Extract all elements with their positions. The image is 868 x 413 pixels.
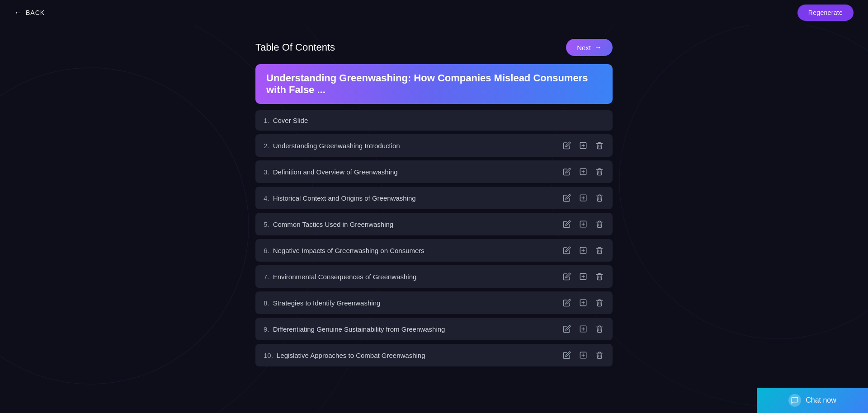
slide-label: 5. Common Tactics Used in Greenwashing <box>264 221 393 228</box>
edit-icon[interactable] <box>562 219 572 229</box>
toc-container: Table Of Contents Next → Understanding G… <box>255 39 613 366</box>
delete-icon[interactable] <box>594 245 604 255</box>
slide-number: 10. <box>264 352 273 359</box>
slide-item[interactable]: 9. Differentiating Genuine Sustainabilit… <box>255 318 613 340</box>
slide-number: 8. <box>264 299 269 307</box>
delete-icon[interactable] <box>594 167 604 177</box>
slide-actions <box>562 298 604 308</box>
slide-number: 4. <box>264 194 269 202</box>
slide-item[interactable]: 1. Cover Slide <box>255 110 613 131</box>
slide-actions <box>562 350 604 360</box>
add-icon[interactable] <box>578 141 588 150</box>
slide-number: 1. <box>264 117 269 124</box>
top-bar: ← BACK Regenerate <box>0 0 868 25</box>
slide-actions <box>562 272 604 282</box>
slide-item[interactable]: 4. Historical Context and Origins of Gre… <box>255 187 613 209</box>
slide-item[interactable]: 8. Strategies to Identify Greenwashing <box>255 291 613 314</box>
slide-label: 10. Legislative Approaches to Combat Gre… <box>264 352 425 359</box>
presentation-title-text: Understanding Greenwashing: How Companie… <box>266 72 588 95</box>
toc-header: Table Of Contents Next → <box>255 39 613 56</box>
back-button[interactable]: ← BACK <box>14 9 45 17</box>
back-label: BACK <box>26 9 45 16</box>
slide-number: 5. <box>264 221 269 228</box>
slide-label: 8. Strategies to Identify Greenwashing <box>264 299 380 307</box>
chat-now-button[interactable]: Chat now <box>757 388 868 413</box>
presentation-title-banner[interactable]: Understanding Greenwashing: How Companie… <box>255 64 613 104</box>
slide-label: 9. Differentiating Genuine Sustainabilit… <box>264 325 445 333</box>
main-content: Table Of Contents Next → Understanding G… <box>0 25 868 366</box>
next-button[interactable]: Next → <box>566 39 613 56</box>
edit-icon[interactable] <box>562 167 572 177</box>
chat-bubble-icon <box>791 396 799 404</box>
delete-icon[interactable] <box>594 298 604 308</box>
edit-icon[interactable] <box>562 298 572 308</box>
add-icon[interactable] <box>578 245 588 255</box>
back-arrow-icon: ← <box>14 9 22 17</box>
edit-icon[interactable] <box>562 245 572 255</box>
delete-icon[interactable] <box>594 219 604 229</box>
edit-icon[interactable] <box>562 350 572 360</box>
edit-icon[interactable] <box>562 141 572 150</box>
slide-label: 6. Negative Impacts of Greenwashing on C… <box>264 247 425 254</box>
chat-now-label: Chat now <box>806 396 836 404</box>
chat-now-container: Chat now <box>757 388 868 413</box>
slide-item[interactable]: 6. Negative Impacts of Greenwashing on C… <box>255 239 613 262</box>
next-label: Next <box>577 44 591 52</box>
slide-actions <box>562 193 604 203</box>
delete-icon[interactable] <box>594 350 604 360</box>
slide-label: 1. Cover Slide <box>264 117 308 124</box>
add-icon[interactable] <box>578 350 588 360</box>
slide-actions <box>562 245 604 255</box>
add-icon[interactable] <box>578 219 588 229</box>
slide-label: 7. Environmental Consequences of Greenwa… <box>264 273 416 281</box>
edit-icon[interactable] <box>562 272 572 282</box>
delete-icon[interactable] <box>594 141 604 150</box>
slide-item[interactable]: 3. Definition and Overview of Greenwashi… <box>255 160 613 183</box>
slide-number: 7. <box>264 273 269 281</box>
delete-icon[interactable] <box>594 324 604 334</box>
slide-number: 6. <box>264 247 269 254</box>
slide-item[interactable]: 2. Understanding Greenwashing Introducti… <box>255 134 613 157</box>
add-icon[interactable] <box>578 324 588 334</box>
slide-actions <box>562 219 604 229</box>
chat-icon <box>788 394 801 407</box>
add-icon[interactable] <box>578 193 588 203</box>
slide-actions <box>562 141 604 150</box>
toc-title: Table Of Contents <box>255 42 335 53</box>
add-icon[interactable] <box>578 272 588 282</box>
slide-item[interactable]: 7. Environmental Consequences of Greenwa… <box>255 265 613 288</box>
slide-item[interactable]: 5. Common Tactics Used in Greenwashing <box>255 213 613 235</box>
edit-icon[interactable] <box>562 193 572 203</box>
edit-icon[interactable] <box>562 324 572 334</box>
slide-actions <box>562 324 604 334</box>
slide-item[interactable]: 10. Legislative Approaches to Combat Gre… <box>255 344 613 366</box>
slide-label: 2. Understanding Greenwashing Introducti… <box>264 142 400 150</box>
next-arrow-icon: → <box>594 43 602 52</box>
slide-label: 4. Historical Context and Origins of Gre… <box>264 194 416 202</box>
slide-label: 3. Definition and Overview of Greenwashi… <box>264 168 398 176</box>
slide-list: 1. Cover Slide2. Understanding Greenwash… <box>255 110 613 366</box>
slide-number: 3. <box>264 168 269 176</box>
delete-icon[interactable] <box>594 193 604 203</box>
add-icon[interactable] <box>578 167 588 177</box>
slide-actions <box>562 167 604 177</box>
delete-icon[interactable] <box>594 272 604 282</box>
add-icon[interactable] <box>578 298 588 308</box>
slide-number: 9. <box>264 325 269 333</box>
regenerate-button[interactable]: Regenerate <box>797 5 854 21</box>
slide-number: 2. <box>264 142 269 150</box>
regenerate-label: Regenerate <box>808 9 843 16</box>
